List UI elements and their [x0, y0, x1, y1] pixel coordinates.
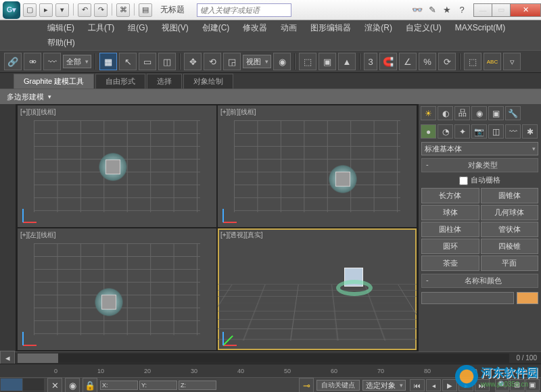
ref-coord-combo[interactable]: 视图 — [243, 55, 271, 68]
menu-group[interactable]: 组(G) — [121, 22, 154, 34]
abc-icon[interactable]: ABC — [484, 53, 501, 70]
center-icon[interactable]: ◉ — [273, 53, 291, 70]
redo-icon[interactable]: ↷ — [94, 3, 108, 17]
menu-customize[interactable]: 自定义(U) — [399, 22, 448, 34]
viewport-perspective[interactable]: [+][透视][真实] — [218, 228, 417, 350]
binoculars-icon[interactable]: 👓 — [412, 5, 423, 16]
app-icon[interactable]: G▾ — [3, 1, 20, 19]
unlink-icon[interactable]: ⚮ — [24, 53, 41, 70]
snap-angle-input[interactable]: 3 — [364, 53, 377, 70]
open-icon[interactable]: ▸ — [39, 3, 53, 17]
menu-view[interactable]: 视图(V) — [155, 22, 195, 34]
obj-sphere[interactable]: 球体 — [421, 205, 479, 220]
viewport-left[interactable]: [+][左][线框] — [18, 228, 216, 350]
menu-animation[interactable]: 动画 — [274, 22, 304, 34]
menu-edit[interactable]: 编辑(E) — [41, 22, 81, 34]
category-combo[interactable]: 标准基本体 — [421, 142, 538, 155]
lights-icon[interactable]: ✦ — [454, 124, 470, 139]
menu-help[interactable]: 帮助(H) — [41, 37, 82, 49]
iso-icon[interactable]: ◉ — [65, 378, 80, 392]
menu-modifiers[interactable]: 修改器 — [236, 22, 274, 34]
hierarchy-tab-icon[interactable]: 品 — [454, 106, 470, 120]
obj-cylinder[interactable]: 圆柱体 — [421, 222, 479, 237]
display-tab-icon[interactable]: ▣ — [488, 106, 504, 120]
project-icon[interactable]: ▤ — [139, 3, 152, 17]
autokey-button[interactable]: 自动关键点 — [316, 380, 360, 391]
undo-icon[interactable]: ↶ — [78, 3, 91, 17]
rollout-object-type[interactable]: -对象类型 — [421, 158, 538, 172]
geometry-icon[interactable]: ● — [421, 124, 436, 139]
cameras-icon[interactable]: 📷 — [471, 124, 487, 139]
track-bar[interactable]: 0 10 20 30 40 50 60 70 80 90 100 — [0, 364, 541, 377]
z-field[interactable]: Z: — [179, 381, 216, 390]
shapes-icon[interactable]: ◔ — [438, 124, 453, 139]
percent-snap-icon[interactable]: % — [419, 53, 436, 70]
rollout-name-color[interactable]: -名称和颜色 — [421, 274, 538, 288]
tab-paint[interactable]: 对象绘制 — [183, 74, 233, 89]
snap-toggle-icon[interactable]: 🧲 — [379, 53, 397, 70]
time-slider-thumb[interactable] — [18, 353, 58, 363]
menu-rendering[interactable]: 渲染(R) — [358, 22, 399, 34]
selected-obj-combo[interactable]: 选定对象 — [362, 380, 406, 391]
move-icon[interactable]: ✥ — [184, 53, 202, 70]
systems-icon[interactable]: ✱ — [522, 124, 538, 139]
helpers-icon[interactable]: ◫ — [488, 124, 504, 139]
maximize-button[interactable]: ▭ — [492, 3, 511, 17]
viewport-layout-picker[interactable] — [0, 378, 45, 392]
viewport-front[interactable]: [+][前][线框] — [218, 105, 417, 227]
obj-cone[interactable]: 圆锥体 — [481, 188, 539, 203]
edit-named-icon[interactable]: ⬚ — [464, 53, 481, 70]
prev-frame-icon[interactable]: ◂ — [426, 379, 441, 391]
viewport-top[interactable]: [+][顶][线框] — [18, 105, 216, 227]
spinner-snap-icon[interactable]: ⟳ — [438, 53, 456, 70]
menu-create[interactable]: 创建(C) — [195, 22, 237, 34]
obj-torus[interactable]: 圆环 — [421, 239, 479, 254]
angle-snap-icon[interactable]: ∠ — [399, 53, 417, 70]
select-object-button[interactable]: ▦ — [99, 53, 117, 70]
new-icon[interactable]: ▢ — [23, 3, 37, 17]
obj-teapot[interactable]: 茶壶 — [421, 255, 479, 271]
obj-geosphere[interactable]: 几何球体 — [481, 205, 539, 220]
zoom-all-icon[interactable]: ⊞ — [510, 379, 524, 391]
create-tab-icon[interactable]: ☀ — [421, 106, 436, 120]
sel-lock-icon[interactable]: 🔒 — [83, 378, 97, 392]
lock-icon[interactable]: ✕ — [47, 378, 62, 392]
autogrid-checkbox[interactable] — [459, 176, 468, 185]
spacewarps-icon[interactable]: 〰 — [505, 124, 521, 139]
menu-tools[interactable]: 工具(T) — [81, 22, 121, 34]
motion-tab-icon[interactable]: ◉ — [471, 106, 487, 120]
zoom-icon[interactable]: 🔍 — [495, 379, 509, 391]
star-icon[interactable]: ★ — [442, 5, 452, 16]
ribbon-panel-poly[interactable]: 多边形建模 — [0, 89, 541, 104]
goto-start-icon[interactable]: ⏮ — [410, 379, 425, 391]
selection-filter-combo[interactable]: 全部 — [63, 55, 91, 68]
key-icon[interactable]: ⊸ — [299, 378, 314, 392]
zoom-extents-icon[interactable]: ▣ — [525, 379, 540, 391]
help-search-input[interactable] — [197, 3, 291, 17]
help-icon[interactable]: ? — [456, 5, 467, 16]
scale-icon[interactable]: ◲ — [223, 53, 241, 70]
utilities-tab-icon[interactable]: 🔧 — [505, 106, 521, 120]
modify-tab-icon[interactable]: ◐ — [438, 106, 453, 120]
select-region-icon[interactable]: ▭ — [139, 53, 156, 70]
object-name-input[interactable] — [421, 292, 514, 304]
obj-pyramid[interactable]: 四棱锥 — [481, 239, 539, 254]
link-icon[interactable]: 🔗 — [4, 53, 22, 70]
tab-graphite[interactable]: Graphite 建模工具 — [14, 74, 94, 89]
keyboard-icon[interactable]: ▣ — [319, 53, 336, 70]
next-frame-icon[interactable]: ▸ — [458, 379, 473, 391]
select-window-icon[interactable]: ◫ — [158, 53, 176, 70]
close-button[interactable]: ✕ — [510, 3, 541, 17]
obj-box[interactable]: 长方体 — [421, 188, 479, 203]
minimize-button[interactable]: — — [473, 3, 492, 17]
manipulate-icon[interactable]: ⬚ — [299, 53, 316, 70]
named-sel-icon[interactable]: ▲ — [338, 53, 356, 70]
tab-selection[interactable]: 选择 — [147, 74, 182, 89]
tool-icon[interactable]: ✎ — [427, 5, 438, 16]
play-icon[interactable]: ▶ — [442, 379, 457, 391]
obj-tube[interactable]: 管状体 — [481, 222, 539, 237]
select-cursor-icon[interactable]: ↖ — [119, 53, 137, 70]
x-field[interactable]: X: — [100, 381, 138, 390]
object-color-swatch[interactable] — [517, 292, 538, 304]
link-icon[interactable]: ⌘ — [116, 3, 130, 17]
